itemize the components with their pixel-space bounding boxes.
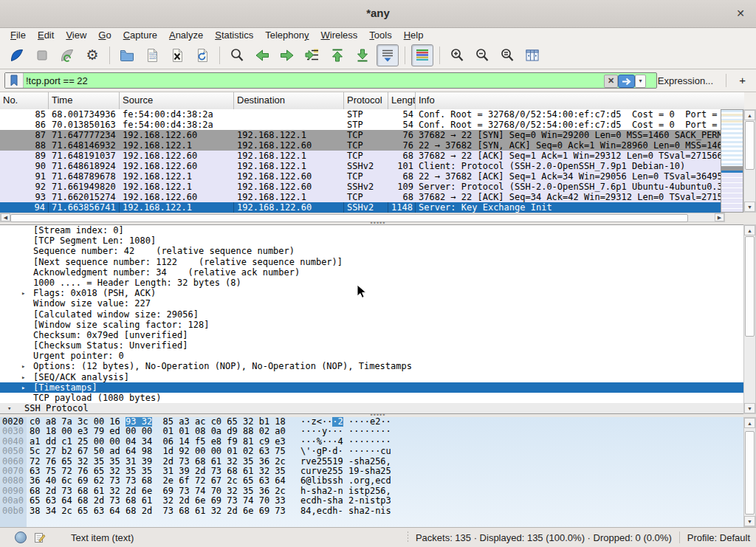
scroll-right-icon[interactable]: ▶	[715, 213, 724, 221]
detail-line[interactable]: ▸Options: (12 bytes), No-Operation (NOP)…	[0, 361, 743, 371]
hex-row-0080[interactable]: 008036 40 6c 69 62 73 73 68 2e 6f 72 67 …	[0, 476, 743, 486]
stop-capture-button[interactable]	[31, 44, 53, 66]
menu-tools[interactable]: Tools	[363, 29, 397, 41]
zoom-out-button[interactable]	[471, 44, 493, 66]
detail-line[interactable]: [Checksum Status: Unverified]	[0, 340, 743, 351]
detail-line[interactable]: Window size value: 227	[0, 298, 743, 309]
scrollbar-thumb[interactable]	[745, 121, 755, 170]
hex-row-0070[interactable]: 007063 75 72 76 65 32 35 35 31 39 2d 73 …	[0, 467, 743, 476]
filter-apply-button[interactable]	[618, 75, 635, 88]
capture-comment-icon[interactable]	[34, 531, 46, 543]
hex-row-0090[interactable]: 009068 2d 73 68 61 32 2d 6e 69 73 74 70 …	[0, 486, 743, 496]
hex-row-0050[interactable]: 00505c 27 b2 67 50 ad 64 98 1d 92 00 00 …	[0, 447, 743, 456]
autoscroll-toggle[interactable]	[377, 44, 399, 66]
menu-wireless[interactable]: Wireless	[315, 29, 364, 41]
menu-telephony[interactable]: Telephony	[259, 29, 315, 41]
detail-line[interactable]: ▸[Timestamps]	[0, 382, 743, 393]
packet-row-88[interactable]: 8871.648146932192.168.122.1192.168.122.6…	[0, 140, 721, 151]
open-file-button[interactable]	[116, 44, 138, 66]
column-header-destination[interactable]: Destination	[234, 92, 344, 109]
packet-row-94[interactable]: 9471.663856741192.168.122.1192.168.122.6…	[0, 202, 721, 213]
scroll-up-icon[interactable]: ▲	[744, 418, 755, 428]
scroll-down-icon[interactable]: ▼	[744, 202, 755, 212]
packet-row-89[interactable]: 8971.648191037192.168.122.60192.168.122.…	[0, 151, 721, 161]
start-capture-button[interactable]	[6, 44, 28, 66]
go-back-button[interactable]	[251, 44, 273, 66]
packet-row-92[interactable]: 9271.661949820192.168.122.1192.168.122.6…	[0, 182, 721, 192]
detail-line[interactable]: Urgent pointer: 0	[0, 351, 743, 361]
colorize-toggle[interactable]	[411, 44, 433, 66]
packet-row-91[interactable]: 9171.648789678192.168.122.1192.168.122.6…	[0, 171, 721, 182]
profile-button[interactable]: Profile: Default	[687, 532, 750, 543]
packet-row-86[interactable]: 8670.013850163fe:54:00:d4:38:2aSTP54Conf…	[0, 120, 721, 130]
hex-row-0040[interactable]: 0040a1 dd c1 25 00 00 04 34 06 14 f5 e8 …	[0, 437, 743, 447]
bytes-vscrollbar[interactable]: ▲ ▼	[743, 417, 756, 527]
packet-list-hscrollbar[interactable]: ◀ ▶	[0, 213, 725, 222]
save-file-button[interactable]: 01011110	[141, 44, 163, 66]
packet-row-87[interactable]: 8771.647777234192.168.122.60192.168.122.…	[0, 130, 721, 140]
collapse-icon[interactable]: ▾	[7, 403, 11, 413]
menu-statistics[interactable]: Statistics	[209, 29, 259, 41]
title-bar[interactable]: *any ✕	[0, 0, 756, 28]
go-first-button[interactable]	[326, 44, 348, 66]
packet-row-93[interactable]: 9371.662015274192.168.122.60192.168.122.…	[0, 192, 721, 202]
column-header-time[interactable]: Time	[49, 92, 120, 109]
packet-row-85[interactable]: 8568.001734936fe:54:00:d4:38:2aSTP54Conf…	[0, 109, 721, 120]
detail-line[interactable]: TCP payload (1080 bytes)	[0, 393, 743, 403]
display-filter-field[interactable]: ✕ ▾	[4, 72, 657, 89]
hex-row-0030[interactable]: 003080 18 00 e3 79 ed 00 00 01 01 08 0a …	[0, 427, 743, 436]
display-filter-input[interactable]	[24, 73, 485, 88]
menu-view[interactable]: View	[60, 29, 92, 41]
zoom-in-button[interactable]	[446, 44, 468, 66]
details-vscrollbar[interactable]: ▲ ▼	[743, 224, 756, 414]
scroll-up-icon[interactable]: ▲	[744, 110, 755, 120]
column-header-source[interactable]: Source	[120, 92, 234, 109]
expand-icon[interactable]: ▸	[21, 382, 25, 393]
add-filter-button[interactable]: +	[739, 74, 746, 86]
reload-file-button[interactable]	[191, 44, 213, 66]
expression-button[interactable]: Expression...	[658, 75, 713, 86]
scrollbar-thumb[interactable]	[745, 236, 755, 337]
detail-line[interactable]: [TCP Segment Len: 1080]	[0, 235, 743, 246]
expert-info-icon[interactable]	[15, 531, 27, 543]
detail-line[interactable]: [Calculated window size: 29056]	[0, 309, 743, 320]
column-header-protocol[interactable]: Protocol	[344, 92, 388, 109]
go-last-button[interactable]	[351, 44, 374, 66]
column-header-length[interactable]: Length	[388, 92, 416, 109]
resize-columns-button[interactable]	[521, 44, 543, 66]
hex-row-00a0[interactable]: 00a065 63 64 68 2d 73 68 61 32 2d 6e 69 …	[0, 496, 743, 506]
hex-row-0060[interactable]: 006072 76 65 32 35 35 31 39 2d 73 68 61 …	[0, 457, 743, 467]
scroll-left-icon[interactable]: ◀	[1, 213, 10, 221]
capture-options-button[interactable]: ⚙	[81, 44, 103, 66]
detail-line[interactable]: ▸Flags: 0x018 (PSH, ACK)	[0, 288, 743, 298]
menu-file[interactable]: File	[4, 29, 32, 41]
scroll-down-icon[interactable]: ▼	[744, 516, 755, 526]
expand-icon[interactable]: ▸	[21, 288, 25, 298]
expand-icon[interactable]: ▸	[21, 372, 25, 382]
hex-row-00b0[interactable]: 00b038 34 2c 65 63 64 68 2d 73 68 61 32 …	[0, 506, 743, 516]
find-packet-button[interactable]	[226, 44, 248, 66]
restart-capture-button[interactable]	[56, 44, 78, 66]
filter-clear-button[interactable]: ✕	[604, 75, 618, 88]
packet-row-90[interactable]: 9071.648618924192.168.122.60192.168.122.…	[0, 161, 721, 171]
scrollbar-thumb[interactable]	[745, 431, 755, 515]
column-header-info[interactable]: Info	[416, 92, 744, 109]
detail-line[interactable]: Acknowledgment number: 34 (relative ack …	[0, 267, 743, 278]
zoom-normal-button[interactable]	[496, 44, 518, 66]
menu-help[interactable]: Help	[398, 29, 430, 41]
detail-line[interactable]: [Next sequence number: 1122 (relative se…	[0, 257, 743, 267]
menu-edit[interactable]: Edit	[32, 29, 60, 41]
close-window-icon[interactable]: ✕	[734, 7, 747, 20]
scroll-up-icon[interactable]: ▲	[744, 225, 755, 235]
menu-analyze[interactable]: Analyze	[163, 29, 209, 41]
packet-list-vscrollbar[interactable]: ▲ ▼	[743, 109, 756, 213]
filter-bookmark-button[interactable]	[5, 73, 24, 88]
detail-line[interactable]: ▸[SEQ/ACK analysis]	[0, 372, 743, 382]
column-header-no[interactable]: No.	[0, 92, 49, 109]
hex-row-0020[interactable]: 0020c0 a8 7a 3c 00 16 93 32 85 a3 ac c0 …	[0, 417, 743, 427]
hscrollbar-thumb[interactable]	[10, 214, 688, 222]
detail-line[interactable]: Checksum: 0x79ed [unverified]	[0, 330, 743, 340]
detail-line[interactable]: 1000 .... = Header Length: 32 bytes (8)	[0, 278, 743, 288]
detail-line[interactable]: Sequence number: 42 (relative sequence n…	[0, 246, 743, 256]
scroll-down-icon[interactable]: ▼	[744, 403, 755, 413]
